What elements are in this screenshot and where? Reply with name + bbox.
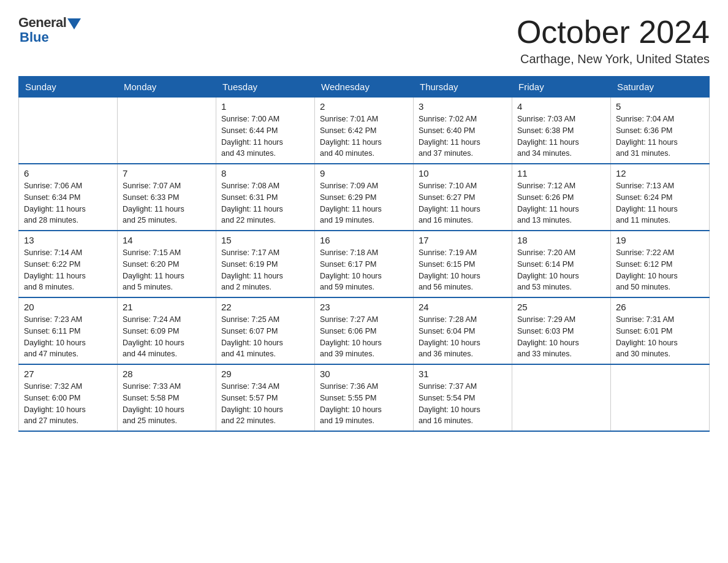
day-number: 19 <box>616 235 704 245</box>
calendar-day-27: 27Sunrise: 7:32 AMSunset: 6:00 PMDayligh… <box>19 364 118 431</box>
day-number: 21 <box>123 302 211 312</box>
calendar-day-19: 19Sunrise: 7:22 AMSunset: 6:12 PMDayligh… <box>611 231 710 297</box>
day-info: Sunrise: 7:28 AMSunset: 6:04 PMDaylight:… <box>419 314 507 360</box>
calendar-week-row: 27Sunrise: 7:32 AMSunset: 6:00 PMDayligh… <box>19 364 710 431</box>
weekday-header-saturday: Saturday <box>611 77 710 98</box>
calendar-week-row: 6Sunrise: 7:06 AMSunset: 6:34 PMDaylight… <box>19 164 710 231</box>
calendar-table: SundayMondayTuesdayWednesdayThursdayFrid… <box>18 76 710 432</box>
day-number: 22 <box>221 302 309 312</box>
calendar-day-26: 26Sunrise: 7:31 AMSunset: 6:01 PMDayligh… <box>611 297 710 364</box>
day-info: Sunrise: 7:14 AMSunset: 6:22 PMDaylight:… <box>24 247 112 293</box>
calendar-day-2: 2Sunrise: 7:01 AMSunset: 6:42 PMDaylight… <box>315 98 414 164</box>
calendar-day-30: 30Sunrise: 7:36 AMSunset: 5:55 PMDayligh… <box>315 364 414 431</box>
calendar-day-1: 1Sunrise: 7:00 AMSunset: 6:44 PMDaylight… <box>216 98 315 164</box>
day-info: Sunrise: 7:04 AMSunset: 6:36 PMDaylight:… <box>616 113 704 159</box>
day-info: Sunrise: 7:06 AMSunset: 6:34 PMDaylight:… <box>24 180 112 226</box>
calendar-day-13: 13Sunrise: 7:14 AMSunset: 6:22 PMDayligh… <box>19 231 118 297</box>
day-number: 16 <box>320 235 408 245</box>
day-number: 17 <box>419 235 507 245</box>
day-number: 18 <box>517 235 605 245</box>
calendar-day-4: 4Sunrise: 7:03 AMSunset: 6:38 PMDaylight… <box>512 98 611 164</box>
day-number: 6 <box>24 168 112 178</box>
title-section: October 2024 Carthage, New York, United … <box>517 15 710 66</box>
day-number: 20 <box>24 302 112 312</box>
day-number: 9 <box>320 168 408 178</box>
calendar-day-11: 11Sunrise: 7:12 AMSunset: 6:26 PMDayligh… <box>512 164 611 231</box>
day-info: Sunrise: 7:36 AMSunset: 5:55 PMDaylight:… <box>320 381 408 427</box>
calendar-day-6: 6Sunrise: 7:06 AMSunset: 6:34 PMDaylight… <box>19 164 118 231</box>
page-header: General Blue October 2024 Carthage, New … <box>18 15 710 66</box>
day-info: Sunrise: 7:07 AMSunset: 6:33 PMDaylight:… <box>123 180 211 226</box>
day-info: Sunrise: 7:01 AMSunset: 6:42 PMDaylight:… <box>320 113 408 159</box>
day-info: Sunrise: 7:13 AMSunset: 6:24 PMDaylight:… <box>616 180 704 226</box>
calendar-day-10: 10Sunrise: 7:10 AMSunset: 6:27 PMDayligh… <box>414 164 512 231</box>
day-number: 24 <box>419 302 507 312</box>
day-number: 10 <box>419 168 507 178</box>
month-title: October 2024 <box>517 15 710 50</box>
day-number: 12 <box>616 168 704 178</box>
weekday-header-friday: Friday <box>512 77 611 98</box>
day-info: Sunrise: 7:37 AMSunset: 5:54 PMDaylight:… <box>419 381 507 427</box>
calendar-day-7: 7Sunrise: 7:07 AMSunset: 6:33 PMDaylight… <box>118 164 216 231</box>
day-info: Sunrise: 7:27 AMSunset: 6:06 PMDaylight:… <box>320 314 408 360</box>
day-info: Sunrise: 7:02 AMSunset: 6:40 PMDaylight:… <box>419 113 507 159</box>
calendar-day-3: 3Sunrise: 7:02 AMSunset: 6:40 PMDaylight… <box>414 98 512 164</box>
calendar-header: SundayMondayTuesdayWednesdayThursdayFrid… <box>19 77 710 98</box>
day-number: 13 <box>24 235 112 245</box>
day-info: Sunrise: 7:23 AMSunset: 6:11 PMDaylight:… <box>24 314 112 360</box>
calendar-day-20: 20Sunrise: 7:23 AMSunset: 6:11 PMDayligh… <box>19 297 118 364</box>
calendar-day-12: 12Sunrise: 7:13 AMSunset: 6:24 PMDayligh… <box>611 164 710 231</box>
weekday-header-thursday: Thursday <box>414 77 512 98</box>
day-number: 30 <box>320 369 408 379</box>
calendar-day-31: 31Sunrise: 7:37 AMSunset: 5:54 PMDayligh… <box>414 364 512 431</box>
calendar-day-empty <box>512 364 611 431</box>
day-info: Sunrise: 7:24 AMSunset: 6:09 PMDaylight:… <box>123 314 211 360</box>
calendar-week-row: 20Sunrise: 7:23 AMSunset: 6:11 PMDayligh… <box>19 297 710 364</box>
calendar-day-5: 5Sunrise: 7:04 AMSunset: 6:36 PMDaylight… <box>611 98 710 164</box>
day-info: Sunrise: 7:29 AMSunset: 6:03 PMDaylight:… <box>517 314 605 360</box>
calendar-day-empty <box>118 98 216 164</box>
calendar-day-empty <box>611 364 710 431</box>
day-info: Sunrise: 7:25 AMSunset: 6:07 PMDaylight:… <box>221 314 309 360</box>
calendar-day-24: 24Sunrise: 7:28 AMSunset: 6:04 PMDayligh… <box>414 297 512 364</box>
day-info: Sunrise: 7:17 AMSunset: 6:19 PMDaylight:… <box>221 247 309 293</box>
logo-triangle-icon <box>67 18 81 29</box>
day-info: Sunrise: 7:09 AMSunset: 6:29 PMDaylight:… <box>320 180 408 226</box>
day-info: Sunrise: 7:19 AMSunset: 6:15 PMDaylight:… <box>419 247 507 293</box>
calendar-day-18: 18Sunrise: 7:20 AMSunset: 6:14 PMDayligh… <box>512 231 611 297</box>
day-info: Sunrise: 7:33 AMSunset: 5:58 PMDaylight:… <box>123 381 211 427</box>
calendar-day-21: 21Sunrise: 7:24 AMSunset: 6:09 PMDayligh… <box>118 297 216 364</box>
calendar-day-15: 15Sunrise: 7:17 AMSunset: 6:19 PMDayligh… <box>216 231 315 297</box>
calendar-day-14: 14Sunrise: 7:15 AMSunset: 6:20 PMDayligh… <box>118 231 216 297</box>
day-info: Sunrise: 7:12 AMSunset: 6:26 PMDaylight:… <box>517 180 605 226</box>
logo-blue-text: Blue <box>20 29 49 45</box>
location-text: Carthage, New York, United States <box>517 52 710 66</box>
calendar-day-empty <box>19 98 118 164</box>
calendar-day-17: 17Sunrise: 7:19 AMSunset: 6:15 PMDayligh… <box>414 231 512 297</box>
day-info: Sunrise: 7:31 AMSunset: 6:01 PMDaylight:… <box>616 314 704 360</box>
weekday-header-tuesday: Tuesday <box>216 77 315 98</box>
day-number: 23 <box>320 302 408 312</box>
day-number: 5 <box>616 101 704 112</box>
calendar-day-28: 28Sunrise: 7:33 AMSunset: 5:58 PMDayligh… <box>118 364 216 431</box>
day-info: Sunrise: 7:18 AMSunset: 6:17 PMDaylight:… <box>320 247 408 293</box>
day-number: 25 <box>517 302 605 312</box>
weekday-header-sunday: Sunday <box>19 77 118 98</box>
day-info: Sunrise: 7:15 AMSunset: 6:20 PMDaylight:… <box>123 247 211 293</box>
calendar-week-row: 1Sunrise: 7:00 AMSunset: 6:44 PMDaylight… <box>19 98 710 164</box>
calendar-day-16: 16Sunrise: 7:18 AMSunset: 6:17 PMDayligh… <box>315 231 414 297</box>
day-number: 1 <box>221 101 309 112</box>
weekday-header-monday: Monday <box>118 77 216 98</box>
day-info: Sunrise: 7:03 AMSunset: 6:38 PMDaylight:… <box>517 113 605 159</box>
day-info: Sunrise: 7:10 AMSunset: 6:27 PMDaylight:… <box>419 180 507 226</box>
logo: General Blue <box>18 15 82 45</box>
day-info: Sunrise: 7:32 AMSunset: 6:00 PMDaylight:… <box>24 381 112 427</box>
weekday-header-row: SundayMondayTuesdayWednesdayThursdayFrid… <box>19 77 710 98</box>
day-number: 27 <box>24 369 112 379</box>
day-number: 15 <box>221 235 309 245</box>
day-number: 28 <box>123 369 211 379</box>
calendar-day-8: 8Sunrise: 7:08 AMSunset: 6:31 PMDaylight… <box>216 164 315 231</box>
day-number: 11 <box>517 168 605 178</box>
day-info: Sunrise: 7:34 AMSunset: 5:57 PMDaylight:… <box>221 381 309 427</box>
day-number: 3 <box>419 101 507 112</box>
